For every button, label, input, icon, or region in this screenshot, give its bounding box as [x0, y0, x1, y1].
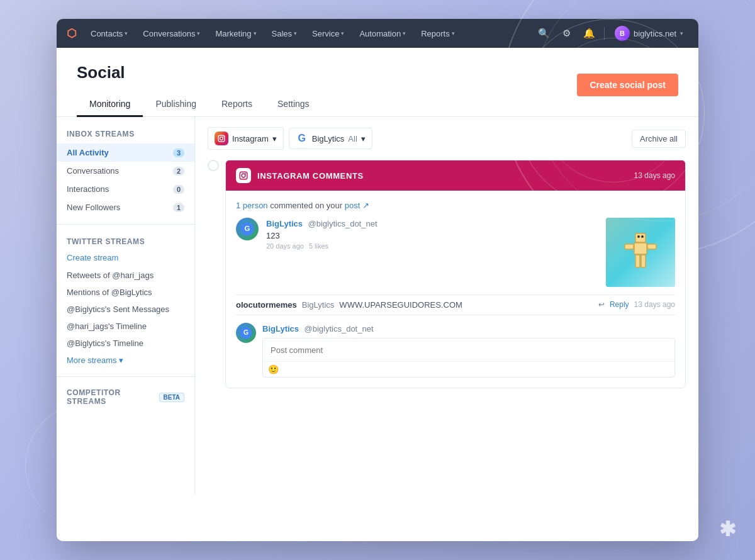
all-filter-chevron-icon: ▾ [361, 134, 366, 143]
post-comment-box: 🙂 [262, 338, 675, 378]
tab-publishing[interactable]: Publishing [143, 92, 209, 117]
body-layout: Inbox Streams All Activity 3 Conversatio… [57, 117, 698, 495]
reply-platform: BigLytics [302, 300, 335, 310]
reply-action-link[interactable]: Reply [610, 300, 629, 309]
nav-automation[interactable]: Automation ▾ [353, 25, 412, 42]
post-image [606, 218, 675, 287]
reply-username: olocutormemes [236, 300, 297, 310]
sidebar-item-new-followers[interactable]: New Followers 1 [57, 198, 194, 216]
instagram-filter-dropdown[interactable]: Instagram ▾ [208, 127, 284, 150]
contacts-chevron-icon: ▾ [125, 30, 128, 36]
nav-reports[interactable]: Reports ▾ [415, 25, 461, 42]
search-button[interactable]: 🔍 [534, 23, 554, 43]
tab-reports[interactable]: Reports [209, 92, 265, 117]
tab-settings[interactable]: Settings [265, 92, 322, 117]
reply-text: WWW.UPARSEGUIDORES.COM [339, 300, 462, 310]
comment-username[interactable]: BigLytics [266, 219, 303, 228]
new-followers-label: New Followers [67, 203, 120, 212]
comment-likes: 5 likes [309, 242, 328, 250]
hubspot-footer-icon: ✱ [719, 517, 736, 541]
instagram-header-icon [236, 168, 251, 183]
svg-rect-12 [634, 243, 647, 254]
svg-rect-14 [647, 244, 656, 249]
nav-service[interactable]: Service ▾ [306, 25, 350, 42]
nav-contacts[interactable]: Contacts ▾ [84, 25, 134, 42]
create-stream-link[interactable]: Create stream [57, 249, 194, 267]
svg-rect-15 [635, 255, 640, 267]
tab-bar: Monitoring Publishing Reports Settings [77, 92, 322, 116]
sidebar-item-interactions[interactable]: Interactions 0 [57, 180, 194, 198]
sidebar-biglytics-timeline[interactable]: @Biglytics's Timeline [57, 335, 194, 352]
user-menu[interactable]: B biglytics.net ▾ [610, 23, 688, 43]
svg-point-2 [223, 137, 224, 138]
post-comment-footer: 🙂 [263, 361, 674, 377]
sidebar-hari-timeline[interactable]: @hari_jags's Timeline [57, 318, 194, 335]
beta-badge: BETA [159, 393, 184, 402]
archive-all-button[interactable]: Archive all [632, 130, 686, 148]
user-avatar: B [615, 26, 630, 41]
competitor-streams-title: Competitor Streams [67, 388, 154, 406]
emoji-button[interactable]: 🙂 [268, 364, 279, 374]
nav-conversations[interactable]: Conversations ▾ [137, 25, 206, 42]
service-chevron-icon: ▾ [341, 30, 344, 36]
svg-rect-9 [635, 233, 646, 242]
commenter-avatar: G [236, 218, 259, 240]
reports-chevron-icon: ▾ [452, 30, 455, 36]
notification-person-link[interactable]: 1 person [236, 201, 268, 210]
instagram-dropdown-chevron-icon: ▾ [272, 134, 277, 143]
conversations-chevron-icon: ▾ [197, 30, 200, 36]
ig-card-header-left: INSTAGRAM COMMENTS [236, 168, 364, 183]
all-activity-label: All Activity [67, 148, 109, 157]
notifications-button[interactable]: 🔔 [579, 23, 599, 43]
conversations-label: Conversations [67, 166, 119, 176]
create-social-post-button[interactable]: Create social post [577, 74, 678, 96]
post-comment-input[interactable] [263, 339, 674, 361]
sidebar-sent-messages[interactable]: @Biglytics's Sent Messages [57, 301, 194, 318]
google-icon: G [296, 132, 308, 145]
ig-notification: 1 person commented on your post ↗ [236, 201, 675, 210]
all-filter-label: All [348, 134, 357, 143]
svg-rect-16 [641, 255, 646, 267]
reply-icon: ↩ [598, 300, 605, 309]
reply-time: 13 days ago [634, 300, 675, 309]
sidebar-mentions[interactable]: Mentions of @BigLytics [57, 284, 194, 301]
svg-rect-13 [625, 244, 634, 249]
nav-bar: ⬡ Contacts ▾ Conversations ▾ Marketing ▾… [57, 19, 698, 48]
tab-monitoring[interactable]: Monitoring [77, 92, 143, 117]
biglytic-avatar: G [236, 323, 256, 343]
sidebar-item-conversations[interactable]: Conversations 2 [57, 162, 194, 180]
filter-left: Instagram ▾ G BigLytics All ▾ [208, 127, 372, 150]
marketing-chevron-icon: ▾ [254, 30, 257, 36]
svg-point-11 [641, 235, 644, 238]
biglytic-reply: G BigLytics @biglytics_dot_net [236, 315, 675, 378]
nav-sales[interactable]: Sales ▾ [266, 25, 304, 42]
hubspot-logo[interactable]: ⬡ [67, 26, 77, 40]
user-name: biglytics.net [634, 29, 676, 38]
svg-text:G: G [245, 225, 250, 232]
all-activity-badge: 3 [173, 148, 184, 157]
comment-content: BigLytics @biglytics_dot_net 123 20 days… [266, 218, 598, 287]
conversations-badge: 2 [173, 167, 184, 176]
notification-post-link[interactable]: post ↗ [345, 201, 369, 210]
sidebar-retweets[interactable]: Retweets of @hari_jags [57, 267, 194, 284]
stream-checkbox[interactable] [208, 160, 219, 171]
page-title: Social [77, 63, 322, 82]
app-window: ⬡ Contacts ▾ Conversations ▾ Marketing ▾… [57, 19, 698, 541]
instagram-card-header: INSTAGRAM COMMENTS 13 days ago [226, 160, 685, 191]
svg-point-5 [245, 173, 246, 174]
nav-marketing[interactable]: Marketing ▾ [209, 25, 262, 42]
more-streams-button[interactable]: More streams ▾ [57, 352, 194, 369]
settings-button[interactable]: ⚙ [556, 23, 576, 43]
comment-handle: @biglytics_dot_net [308, 219, 377, 228]
biglytic-reply-handle: @biglytics_dot_net [304, 324, 373, 333]
sidebar: Inbox Streams All Activity 3 Conversatio… [57, 117, 195, 495]
interactions-label: Interactions [67, 184, 109, 194]
svg-rect-0 [218, 135, 225, 142]
competitor-streams-row: Competitor Streams BETA [57, 384, 194, 410]
account-filter-dropdown[interactable]: G BigLytics All ▾ [289, 128, 372, 149]
twitter-streams-title: Twitter Streams [57, 232, 194, 249]
comment-meta: 20 days ago 5 likes [266, 242, 598, 250]
ig-card-time: 13 days ago [634, 171, 675, 180]
reply-row: olocutormemes BigLytics WWW.UPARSEGUIDOR… [236, 294, 675, 315]
sidebar-item-all-activity[interactable]: All Activity 3 [57, 143, 194, 162]
